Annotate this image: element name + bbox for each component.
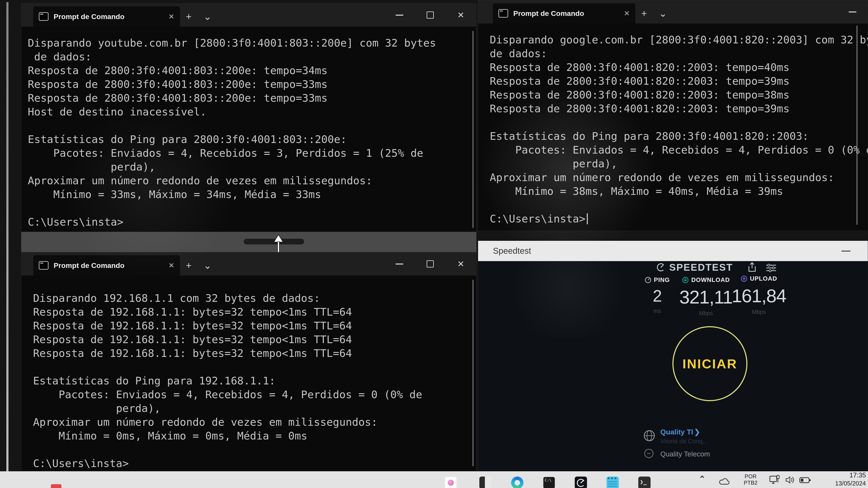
tab-dropdown-button[interactable]: ⌄ <box>653 3 673 24</box>
minimize-icon <box>396 14 403 16</box>
terminal-output-line: Estatísticas do Ping para 2800:3f0:4001:… <box>28 133 474 147</box>
settings-sliders-icon[interactable] <box>766 264 776 272</box>
window-title: Speedtest <box>493 241 531 261</box>
start-test-label: INICIAR <box>683 356 738 371</box>
taskbar-explorer-icon[interactable] <box>479 477 492 488</box>
tab-close-icon[interactable]: ✕ <box>156 12 175 21</box>
taskbar-cmd-icon[interactable]: C:\ <box>543 477 555 488</box>
tab-close-icon[interactable]: ✕ <box>156 261 175 270</box>
gauge-icon <box>656 262 666 272</box>
terminal-output-line: Disparando google.com.br [2800:3f0:4001:… <box>490 33 868 47</box>
app-icon-red[interactable] <box>51 484 61 488</box>
globe-icon <box>643 430 655 442</box>
terminal-output-line: Estatísticas do Ping para 2800:3f0:4001:… <box>490 129 868 143</box>
terminal-output-line: Resposta de 2800:3f0:4001:820::2003: tem… <box>490 74 868 88</box>
scrollbar[interactable] <box>472 31 474 228</box>
terminal-window-top-left: Prompt de Comando ✕ + ⌄ ✕ Disparando you… <box>21 3 476 232</box>
isp-name: Quality Tl <box>660 428 693 436</box>
tray-network-display-icon[interactable] <box>769 475 780 485</box>
minimize-button[interactable] <box>384 3 415 27</box>
start-test-button[interactable]: INICIAR <box>673 326 747 401</box>
taskbar-speedtest-icon[interactable] <box>575 477 587 488</box>
titlebar: Prompt de Comando ✕ + ⌄ ✕ <box>22 3 476 27</box>
tab-dropdown-button[interactable]: ⌄ <box>197 6 218 27</box>
tab-prompt-de-comando[interactable]: Prompt de Comando ✕ <box>493 3 635 24</box>
cmd-icon <box>498 9 508 18</box>
server-row[interactable]: Quality Telecom <box>660 450 710 458</box>
isp-row[interactable]: Quality Tl ❯ Vitoria da Conq... <box>660 428 708 445</box>
terminal-output: Disparando youtube.com.br [2800:3f0:4001… <box>22 27 476 232</box>
cmd-icon <box>39 261 49 270</box>
metric-value: 321,11 <box>678 286 734 308</box>
server-icon <box>644 448 654 459</box>
metric-value: 161,84 <box>731 285 786 307</box>
terminal-output-line <box>28 119 474 133</box>
minimize-icon <box>849 11 856 12</box>
metric-label: UPLOAD <box>750 275 777 282</box>
tray-chevron-up-icon[interactable]: ⌃ <box>698 476 706 483</box>
taskbar-notes-icon[interactable] <box>607 477 619 488</box>
terminal-prompt: C:\Users\insta> <box>28 215 474 229</box>
terminal-output-line: Resposta de 2800:3f0:4001:803::200e: tem… <box>28 91 474 105</box>
terminal-output-line: Resposta de 2800:3f0:4001:803::200e: tem… <box>28 64 474 77</box>
terminal-output-line: Mínimo = 38ms, Máximo = 40ms, Média = 39… <box>490 185 868 198</box>
scrollbar[interactable] <box>472 280 474 466</box>
tray-language-indicator[interactable]: POR PTB2 <box>742 473 759 486</box>
taskbar-edge-icon[interactable] <box>511 477 523 488</box>
maximize-button[interactable] <box>415 3 445 27</box>
split-resize-divider[interactable] <box>21 232 476 252</box>
tab-title: Prompt de Comando <box>54 12 124 21</box>
minimize-button[interactable] <box>837 0 868 24</box>
screen: Prompt de Comando ✕ + ⌄ ✕ Disparando you… <box>0 0 868 488</box>
tray-clock[interactable]: 17:35 13/05/2024 <box>816 471 866 487</box>
maximize-icon <box>427 260 434 267</box>
minimize-icon <box>396 263 403 265</box>
tab-close-icon[interactable]: ✕ <box>611 9 630 18</box>
terminal-prompt: C:\Users\insta> <box>33 457 474 470</box>
terminal-output: Disparando google.com.br [2800:3f0:4001:… <box>478 24 868 231</box>
minimize-button[interactable] <box>384 252 415 275</box>
close-icon: ✕ <box>457 10 465 20</box>
tray-battery-icon[interactable] <box>799 477 811 483</box>
titlebar: Prompt de Comando ✕ + ⌄ ✕ <box>22 252 476 275</box>
tray-volume-icon[interactable] <box>785 476 795 484</box>
close-button[interactable]: ✕ <box>445 252 476 275</box>
terminal-output: Disparando 192.168.1.1 com 32 bytes de d… <box>22 275 476 471</box>
terminal-output-line: Aproximar um número redondo de vezes em … <box>28 174 474 188</box>
terminal-output-line: Resposta de 192.168.1.1: bytes=32 tempo<… <box>33 347 474 360</box>
tab-dropdown-button[interactable]: ⌄ <box>197 255 218 275</box>
onedrive-cloud-icon[interactable] <box>718 478 730 485</box>
terminal-output-line: Resposta de 2800:3f0:4001:820::2003: tem… <box>490 102 868 116</box>
speedtest-logo: SPEEDTEST <box>656 262 733 273</box>
ping-icon <box>645 276 651 283</box>
terminal-window-bottom-left: Prompt de Comando ✕ + ⌄ ✕ Disparando 192… <box>21 252 476 471</box>
taskbar-photos-icon[interactable] <box>444 477 457 488</box>
speedtest-window: Speedtest SPEEDTEST <box>478 240 868 471</box>
terminal-output-line <box>490 116 868 129</box>
new-tab-button[interactable]: + <box>180 6 197 27</box>
tab-prompt-de-comando[interactable]: Prompt de Comando ✕ <box>33 255 180 275</box>
terminal-output-line: perda), <box>33 401 474 415</box>
scrollbar[interactable] <box>856 26 858 225</box>
close-icon: ✕ <box>457 259 465 269</box>
maximize-button[interactable] <box>415 252 445 275</box>
share-icon[interactable] <box>748 262 756 272</box>
terminal-output-line: Resposta de 2800:3f0:4001:803::200e: tem… <box>28 77 474 91</box>
terminal-output-line: Aproximar um número redondo de vezes em … <box>490 171 868 185</box>
taskbar-terminal-icon[interactable]: ❯_ <box>638 477 651 488</box>
terminal-output-line: Disparando youtube.com.br [2800:3f0:4001… <box>28 36 474 50</box>
maximize-icon <box>427 11 434 19</box>
terminal-output-line: Pacotes: Enviados = 4, Recebidos = 4, Pe… <box>33 388 474 401</box>
terminal-output-line: Pacotes: Enviados = 4, Recebidos = 3, Pe… <box>28 147 474 160</box>
terminal-output-line <box>28 201 474 215</box>
close-button[interactable]: ✕ <box>445 3 476 27</box>
terminal-output-line: Resposta de 2800:3f0:4001:820::2003: tem… <box>490 61 868 74</box>
download-icon <box>682 276 689 283</box>
tab-prompt-de-comando[interactable]: Prompt de Comando ✕ <box>33 6 180 27</box>
new-tab-button[interactable]: + <box>180 255 197 275</box>
terminal-output-line: Mínimo = 0ms, Máximo = 0ms, Média = 0ms <box>33 429 474 443</box>
clock-time: 17:35 <box>816 471 866 479</box>
terminal-prompt: C:\Users\insta> <box>490 212 868 226</box>
minimize-button[interactable] <box>841 251 850 252</box>
new-tab-button[interactable]: + <box>635 3 653 24</box>
